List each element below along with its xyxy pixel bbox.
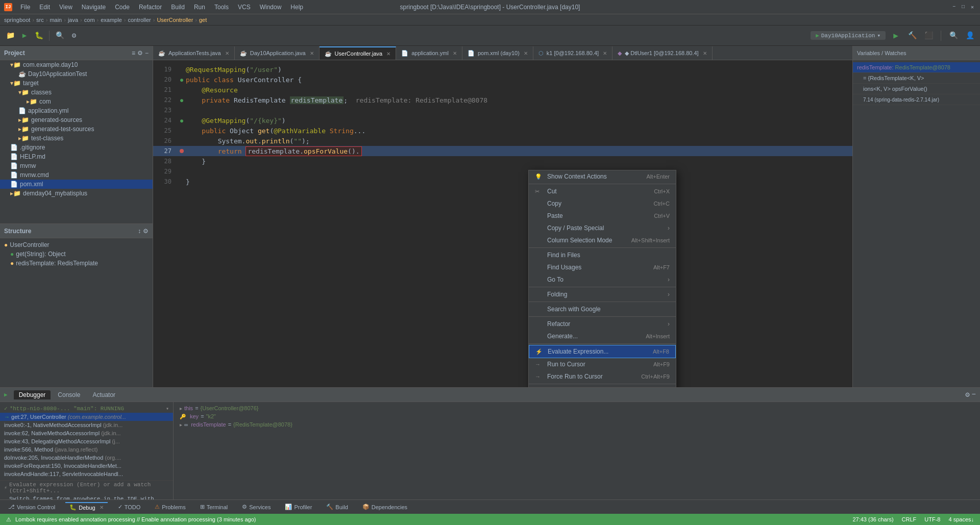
cm-folding[interactable]: Folding › [529, 288, 676, 301]
tab-dtluser[interactable]: ◆ ◆ DtlUser1 [0@192.168.80.4] ✕ [612, 46, 713, 60]
tab-usercontroller[interactable]: ☕ UserController.java ✕ [320, 46, 397, 60]
sort-button[interactable]: ↕ [138, 228, 141, 235]
debug-button[interactable]: 🐛 [33, 30, 45, 42]
bottom-tab-vc[interactable]: ⎇ Version Control [4, 503, 59, 511]
menu-navigate[interactable]: Navigate [78, 3, 110, 12]
bottom-tab-profiler[interactable]: 📊 Profiler [281, 503, 316, 511]
cm-run-to-cursor[interactable]: → Run to Cursor Alt+F9 [529, 358, 676, 370]
search-everywhere[interactable]: 🔍 [947, 30, 960, 42]
settings-icon[interactable]: ⚙ [137, 49, 143, 57]
breadcrumb-item-controller[interactable]: UserController [157, 17, 193, 23]
menu-vcs[interactable]: VCS [234, 3, 255, 12]
tab-appyml[interactable]: 📄 application.yml ✕ [396, 46, 462, 60]
menu-build[interactable]: Build [167, 3, 189, 12]
cm-add-to-watches[interactable]: + Add to Watches [529, 385, 676, 387]
bottom-tab-services[interactable]: ⚙ Services [238, 503, 275, 511]
user-icon[interactable]: 👤 [964, 30, 976, 42]
build-button[interactable]: 🔨 [906, 30, 918, 42]
tree-item-gen-sources[interactable]: ▸📁 generated-sources [0, 115, 153, 124]
tab-close[interactable]: ✕ [225, 51, 229, 56]
tree-item-appyml[interactable]: 📄 application.yml [0, 106, 153, 115]
menu-file[interactable]: File [16, 3, 34, 12]
debug-tab-actuator[interactable]: Actuator [87, 390, 120, 399]
cm-find-in-files[interactable]: Find in Files [529, 249, 676, 261]
tree-item-mvnwcmd[interactable]: 📄 mvnw.cmd [0, 170, 153, 180]
cm-paste[interactable]: Paste Ctrl+V [529, 210, 676, 222]
tab-day10app[interactable]: ☕ Day10Application.java ✕ [235, 46, 320, 60]
tree-item-mvnw[interactable]: 📄 mvnw [0, 161, 153, 170]
tab-close-7[interactable]: ✕ [703, 51, 707, 56]
close-panel[interactable]: − [145, 49, 149, 57]
cm-show-context[interactable]: 💡 Show Context Actions Alt+Enter [529, 170, 676, 183]
tab-k1[interactable]: ⬡ k1 [0@192.168.80.4] ✕ [533, 46, 612, 60]
cm-copy[interactable]: Copy Ctrl+C [529, 197, 676, 210]
bottom-tab-terminal[interactable]: ⊞ Terminal [196, 503, 232, 511]
tree-item-help[interactable]: 📄 HELP.md [0, 152, 153, 161]
eval-hint[interactable]: Evaluate expression (Enter) or add a wat… [9, 482, 169, 494]
breadcrumb-item[interactable]: src [36, 17, 44, 23]
cm-cut[interactable]: ✂ Cut Ctrl+X [529, 185, 676, 197]
bottom-tab-problems[interactable]: ⚠ Problems [151, 503, 189, 511]
menu-code[interactable]: Code [111, 3, 134, 12]
status-position[interactable]: 27:43 (36 chars) [852, 516, 893, 522]
cm-force-run[interactable]: → Force Run to Cursor Ctrl+Alt+F9 [529, 370, 676, 383]
tree-item-classes[interactable]: ▾📁 classes [0, 88, 153, 97]
debug-tab-console[interactable]: Console [53, 390, 85, 399]
breadcrumb-item-method[interactable]: get [199, 17, 207, 23]
run-config[interactable]: ▶ Day10Application ▾ [811, 31, 886, 40]
status-indent[interactable]: 4 spaces↓ [948, 516, 974, 522]
bottom-tab-debug[interactable]: 🐛 Debug ✕ [65, 502, 107, 512]
cm-search-google[interactable]: Search with Google [529, 303, 676, 315]
minimize-button[interactable]: − [950, 4, 958, 11]
breadcrumb-item[interactable]: java [68, 17, 78, 23]
tree-item-test-classes[interactable]: ▸📁 test-classes [0, 134, 153, 143]
close-hint[interactable]: ✕ [166, 499, 169, 499]
cm-find-usages[interactable]: Find Usages Alt+F7 [529, 261, 676, 273]
tree-item-pom[interactable]: 📄 pom.xml [0, 180, 153, 189]
tab-close-5[interactable]: ✕ [524, 51, 528, 56]
tree-item-target[interactable]: ▾📁 target [0, 79, 153, 88]
breadcrumb-item[interactable]: example [101, 17, 122, 23]
cm-evaluate[interactable]: ⚡ Evaluate Expression... Alt+F8 [529, 345, 676, 358]
menu-help[interactable]: Help [286, 3, 307, 12]
project-view-button[interactable]: 📁 [4, 30, 16, 42]
play-button[interactable]: ▶ [890, 30, 902, 42]
switch-frames[interactable]: Switch frames from anywhere in the IDE w… [9, 496, 164, 499]
menu-refactor[interactable]: Refactor [135, 3, 166, 12]
structure-settings[interactable]: ⚙ [143, 228, 149, 235]
cm-goto[interactable]: Go To › [529, 273, 676, 286]
structure-controller[interactable]: ● UserController [0, 240, 153, 249]
debug-settings[interactable]: ⚙ [965, 390, 969, 399]
frame-item-0[interactable]: → get:27, UserController (com.example.co… [0, 413, 173, 421]
debug-tab-debugger[interactable]: Debugger [14, 390, 51, 399]
breadcrumb-item[interactable]: main [50, 17, 62, 23]
menu-run[interactable]: Run [190, 3, 209, 12]
stop-button[interactable]: ⬛ [922, 30, 935, 42]
tree-item-day10[interactable]: ▾📁 com.example.day10 [0, 60, 153, 69]
collapse-all[interactable]: ≡ [132, 49, 135, 57]
breadcrumb-item[interactable]: com [84, 17, 95, 23]
breadcrumb-item[interactable]: controller [128, 17, 151, 23]
cm-column-selection[interactable]: Column Selection Mode Alt+Shift+Insert [529, 234, 676, 246]
frame-item-4[interactable]: invoke:566, Method (java.lang.reflect) [0, 445, 173, 454]
frame-item-7[interactable]: invokeAndHandle:117, ServletInvocableHan… [0, 470, 173, 478]
tree-item-gen-test[interactable]: ▸📁 generated-test-sources [0, 124, 153, 134]
bottom-tab-todo[interactable]: ✓ TODO [114, 503, 145, 511]
tab-close-2[interactable]: ✕ [310, 51, 314, 56]
run-button[interactable]: ▶ [18, 30, 31, 42]
tab-close-4[interactable]: ✕ [453, 51, 457, 56]
cm-copy-paste-special[interactable]: Copy / Paste Special › [529, 222, 676, 234]
debug-close[interactable]: − [972, 390, 976, 399]
settings-button[interactable]: ⚙ [68, 30, 80, 42]
bottom-tab-build[interactable]: 🔨 Build [322, 503, 352, 511]
frame-item-3[interactable]: invoke:43, DelegatingMethodAccessorImpl … [0, 437, 173, 445]
menu-view[interactable]: View [55, 3, 77, 12]
tab-applicationtests[interactable]: ☕ ApplicationTests.java ✕ [153, 46, 235, 60]
code-editor[interactable]: 19 @RequestMapping("/user") 20 ● public … [153, 60, 852, 387]
bottom-tab-deps[interactable]: 📦 Dependencies [358, 503, 411, 511]
tree-item-app[interactable]: ☕ Day10ApplicationTest [0, 69, 153, 79]
tab-pom[interactable]: 📄 pom.xml (day10) ✕ [462, 46, 533, 60]
frame-item-5[interactable]: doInvoke:205, InvocableHandlerMethod (or… [0, 454, 173, 462]
cm-generate[interactable]: Generate... Alt+Insert [529, 330, 676, 342]
status-crlf[interactable]: CRLF [902, 516, 917, 522]
